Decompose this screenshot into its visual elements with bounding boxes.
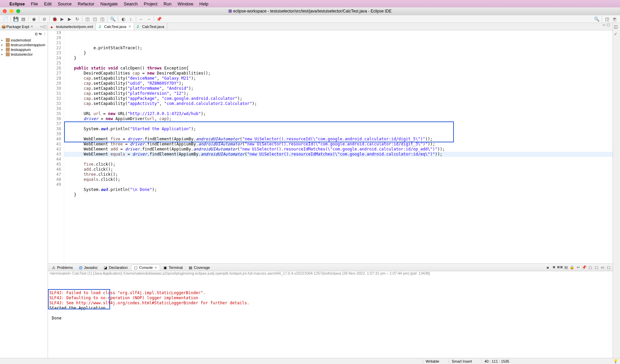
tab-terminal[interactable]: ▣ Terminal bbox=[161, 265, 185, 270]
back-button[interactable]: ← bbox=[138, 16, 145, 22]
close-window-button[interactable] bbox=[3, 9, 7, 13]
expand-icon[interactable]: ▸ bbox=[1, 48, 5, 51]
maven-icon bbox=[51, 25, 55, 29]
tree-item: ▸ testcucumberappium bbox=[0, 43, 48, 47]
pin-button[interactable]: 📌 bbox=[156, 16, 162, 22]
javadoc-icon: @ bbox=[79, 265, 83, 270]
toggle-mark-button[interactable]: ◐ bbox=[120, 16, 127, 22]
main-toolbar: 📄 💾 ▤ ◉ ⊘ 🐞 ▶ ▶ ↻ ◫ ◫ ◫ 🔍 ◐ ↕ ← → 📌 🔍 ◫ … bbox=[0, 15, 620, 23]
console-output[interactable]: SLF4J: Failed to load class "org.slf4j.i… bbox=[48, 275, 613, 358]
menu-window[interactable]: Window bbox=[178, 1, 193, 6]
minimize-window-button[interactable] bbox=[9, 9, 14, 13]
run-button[interactable]: ▶ bbox=[59, 16, 66, 22]
forward-button[interactable]: → bbox=[145, 16, 152, 22]
tab-coverage[interactable]: ▤ Coverage bbox=[186, 265, 213, 270]
editor-tab-calctest-active[interactable]: CalcTest.java ✕ bbox=[96, 23, 134, 30]
run-last-button[interactable]: ↻ bbox=[74, 16, 80, 22]
coverage-button[interactable]: ▶ bbox=[66, 16, 73, 22]
status-writable: Writable bbox=[423, 359, 442, 363]
tab-problems[interactable]: ⚠ Problems bbox=[49, 265, 75, 270]
maximize-window-button[interactable] bbox=[16, 9, 20, 13]
minimize-editor-button[interactable]: ▭ bbox=[602, 23, 605, 30]
tip-icon[interactable]: 💡 bbox=[613, 359, 618, 363]
tree-item: ▸ testsappium bbox=[0, 47, 48, 52]
tab-declaration[interactable]: ◪ Declaration bbox=[101, 265, 130, 270]
menu-edit[interactable]: Edit bbox=[44, 1, 51, 6]
sidebar-title: Package Expl bbox=[6, 25, 29, 29]
collapse-all-button[interactable]: ⊟ bbox=[35, 32, 37, 36]
project-icon bbox=[6, 52, 10, 56]
console-icon: ▢ bbox=[134, 265, 138, 270]
menu-project[interactable]: Project bbox=[144, 1, 157, 6]
package-explorer-icon: 📦 bbox=[1, 25, 5, 29]
status-bar: Writable Smart Insert 40 : 111 : 1535 💡 bbox=[0, 358, 620, 364]
right-trim-stack: ◫ ✓ bbox=[613, 23, 620, 358]
declaration-icon: ◪ bbox=[104, 265, 108, 270]
new-button[interactable]: 📄 bbox=[2, 16, 9, 22]
java-icon bbox=[99, 25, 103, 29]
code-content[interactable]: e.printStackTrace(); } } public static v… bbox=[64, 30, 613, 263]
menu-run[interactable]: Run bbox=[163, 1, 172, 6]
menu-source[interactable]: Source bbox=[58, 1, 72, 6]
editor-tab-calctest[interactable]: CalcTest.java bbox=[134, 23, 167, 30]
save-all-button[interactable]: ▤ bbox=[20, 16, 27, 22]
menu-file[interactable]: File bbox=[31, 1, 38, 6]
macos-menubar: Eclipse File Edit Source Refactor Naviga… bbox=[0, 0, 620, 7]
editor-tab-pom[interactable]: testuiselector/pom.xml bbox=[48, 23, 96, 30]
expand-icon[interactable]: ▸ bbox=[1, 38, 5, 42]
menu-search[interactable]: Search bbox=[124, 1, 138, 6]
new-package-button[interactable]: ◫ bbox=[92, 16, 98, 22]
close-tab-button[interactable]: ✕ bbox=[128, 25, 131, 28]
annotation-button[interactable]: ↕ bbox=[127, 16, 134, 22]
expand-icon[interactable]: ▸ bbox=[1, 43, 5, 47]
word-wrap-button[interactable]: ↩ bbox=[575, 265, 581, 270]
coverage-icon: ▤ bbox=[189, 265, 193, 270]
outline-view-icon[interactable]: ◫ bbox=[614, 24, 619, 30]
menu-navigate[interactable]: Navigate bbox=[100, 1, 118, 6]
maximize-view-button[interactable]: ▢ bbox=[43, 25, 46, 28]
pin-console-button[interactable]: 📌 bbox=[582, 265, 587, 270]
close-view-button[interactable]: ✕ bbox=[30, 25, 33, 28]
open-perspective-button[interactable]: ◫ bbox=[604, 16, 611, 22]
skip-breakpoints-button[interactable]: ⊘ bbox=[41, 16, 48, 22]
package-explorer-view: 📦 Package Expl ✕ ▭ ▢ ⊟ ⇆ ⋮ ▸ iosdemotest… bbox=[0, 23, 48, 358]
problems-icon: ⚠ bbox=[52, 265, 56, 270]
java-perspective-button[interactable]: ☕ bbox=[611, 16, 618, 22]
clear-console-button[interactable]: ▤ bbox=[563, 265, 569, 270]
project-icon bbox=[6, 43, 10, 47]
open-type-button[interactable]: ◉ bbox=[30, 16, 37, 22]
new-class-button[interactable]: ◫ bbox=[99, 16, 106, 22]
editor-tabs: testuiselector/pom.xml CalcTest.java ✕ C… bbox=[48, 23, 613, 30]
expand-icon[interactable]: ▸ bbox=[1, 53, 5, 56]
menu-app[interactable]: Eclipse bbox=[9, 1, 25, 6]
close-console-button[interactable]: ✕ bbox=[154, 266, 157, 270]
new-java-button[interactable]: ◫ bbox=[84, 16, 91, 22]
link-editor-button[interactable]: ⇆ bbox=[39, 32, 42, 36]
save-button[interactable]: 💾 bbox=[12, 16, 19, 22]
tab-console[interactable]: ▢ Console ✕ bbox=[131, 264, 160, 270]
terminate-button[interactable]: ■ bbox=[545, 265, 550, 270]
view-menu-button[interactable]: ⋮ bbox=[43, 32, 46, 36]
display-console-button[interactable]: ▢ bbox=[588, 265, 593, 270]
remove-all-button[interactable]: ✖✖ bbox=[557, 265, 563, 270]
status-cursor-pos: 40 : 111 : 1535 bbox=[482, 359, 512, 363]
remove-launch-button[interactable]: ✖ bbox=[551, 265, 557, 270]
open-console-button[interactable]: ▢ bbox=[594, 265, 599, 270]
task-list-icon[interactable]: ✓ bbox=[614, 32, 619, 37]
status-insert-mode: Smart Insert bbox=[449, 359, 475, 363]
line-gutter[interactable]: 1920212223242526272829303132333435363738… bbox=[48, 30, 64, 263]
debug-button[interactable]: 🐞 bbox=[51, 16, 58, 22]
menu-help[interactable]: Help bbox=[199, 1, 208, 6]
maximize-panel-button[interactable]: ▢ bbox=[606, 265, 611, 270]
maximize-editor-button[interactable]: ▢ bbox=[607, 23, 610, 30]
minimize-view-button[interactable]: ▭ bbox=[40, 25, 43, 28]
project-tree[interactable]: ▸ iosdemotest ▸ testcucumberappium ▸ tes… bbox=[0, 37, 48, 57]
quick-access-button[interactable]: 🔍 bbox=[593, 16, 600, 22]
code-editor[interactable]: 1920212223242526272829303132333435363738… bbox=[48, 30, 613, 263]
tab-javadoc[interactable]: @ Javadoc bbox=[76, 265, 100, 270]
minimize-panel-button[interactable]: ▭ bbox=[600, 265, 605, 270]
scroll-lock-button[interactable]: 🔒 bbox=[569, 265, 575, 270]
project-icon bbox=[6, 48, 10, 52]
search-button[interactable]: 🔍 bbox=[109, 16, 116, 22]
menu-refactor[interactable]: Refactor bbox=[78, 1, 94, 6]
